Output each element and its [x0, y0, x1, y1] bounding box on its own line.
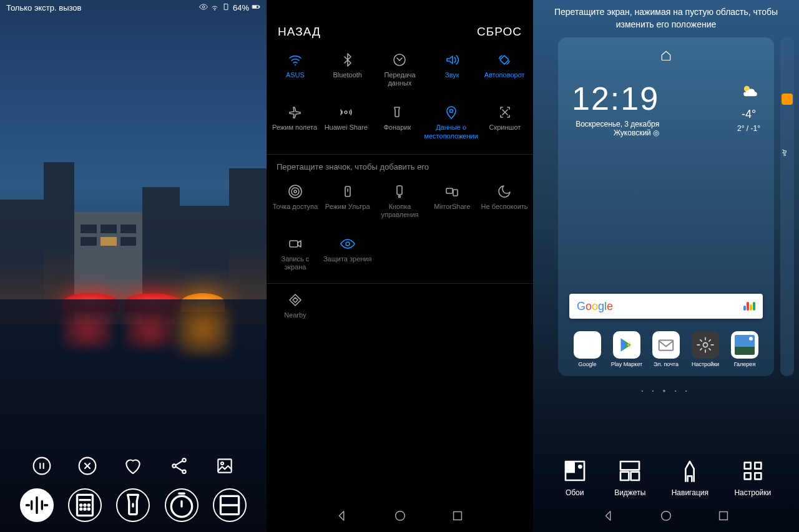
- svg-point-42: [294, 190, 297, 193]
- weather-icon: [737, 82, 760, 103]
- clock-time: 12:19: [572, 82, 659, 115]
- flashlight-button[interactable]: [116, 488, 150, 522]
- svg-rect-17: [218, 459, 232, 472]
- adjacent-screen-right[interactable]: Ди: [780, 37, 794, 376]
- app-email[interactable]: Эл. почта: [649, 331, 683, 367]
- svg-point-33: [295, 64, 296, 65]
- screenshot-icon: [498, 105, 512, 120]
- favorite-button[interactable]: [123, 456, 143, 476]
- dnd-icon: [497, 184, 512, 199]
- sim-icon: [222, 2, 230, 13]
- reset-button[interactable]: СБРОС: [477, 25, 522, 39]
- homescreen-preview[interactable]: 12:19 Воскресенье, 3 декабря Жуковский ◎…: [558, 37, 774, 376]
- google-search-bar[interactable]: Google: [569, 294, 763, 319]
- svg-point-52: [346, 242, 350, 246]
- clock-weather-widget[interactable]: 12:19 Воскресенье, 3 декабря Жуковский ◎…: [569, 76, 763, 147]
- tile-eyecare[interactable]: Защита зрения: [321, 231, 374, 276]
- scanner-button[interactable]: [213, 488, 247, 522]
- image-button[interactable]: [215, 456, 235, 476]
- svg-rect-49: [446, 188, 453, 193]
- navigation-button[interactable]: Навигация: [672, 457, 708, 497]
- app-google[interactable]: Google: [571, 331, 604, 367]
- sound-icon: [444, 52, 459, 67]
- tile-screenrecord[interactable]: Запись с экрана: [269, 231, 321, 276]
- tile-airplane[interactable]: Режим полета: [269, 100, 320, 145]
- svg-rect-62: [620, 472, 629, 480]
- svg-line-36: [400, 58, 402, 60]
- mic-icon[interactable]: [743, 302, 755, 311]
- tile-wifi[interactable]: ASUS: [269, 47, 321, 92]
- svg-point-43: [292, 188, 299, 195]
- svg-rect-67: [755, 473, 761, 479]
- svg-point-53: [395, 511, 404, 521]
- svg-line-15: [176, 461, 183, 465]
- location-pin-icon: ◎: [653, 128, 659, 137]
- tile-data[interactable]: Передача данных: [374, 47, 426, 92]
- mirror-icon: [444, 184, 459, 199]
- tile-navball[interactable]: Кнопка управления: [374, 179, 426, 224]
- svg-point-44: [289, 185, 301, 198]
- location-icon: [444, 105, 459, 120]
- timer-button[interactable]: [165, 488, 199, 522]
- back-button[interactable]: НАЗАД: [278, 25, 321, 39]
- bluetooth-icon: [340, 52, 355, 67]
- launcher-hint: Перетащите экран, нажимая на пустую обла…: [533, 0, 799, 37]
- qs-inactive-row1: Точка доступа Режим Ультра Кнопка управл…: [267, 175, 533, 228]
- lockscreen-panel: Только экстр. вызов 64%: [0, 0, 267, 532]
- hotspot-icon: [288, 184, 303, 199]
- app-settings[interactable]: Настройки: [689, 331, 722, 367]
- svg-point-1: [214, 9, 215, 10]
- tile-dnd[interactable]: Не беспокоить: [478, 179, 531, 224]
- qs-inactive-row3: Nearby: [267, 284, 533, 328]
- tile-nearby[interactable]: Nearby: [269, 288, 321, 324]
- nav-home[interactable]: [393, 509, 407, 525]
- navball-icon: [392, 184, 407, 199]
- wallpaper-button[interactable]: Обои: [561, 457, 589, 497]
- record-icon: [288, 236, 303, 251]
- svg-line-35: [397, 58, 400, 60]
- ultra-icon: [340, 184, 355, 199]
- nav-recent[interactable]: [717, 509, 730, 525]
- tile-screenshot[interactable]: Скриншот: [479, 100, 531, 145]
- status-bar: Только экстр. вызов 64%: [0, 0, 267, 15]
- svg-rect-61: [620, 462, 639, 470]
- nav-back[interactable]: [335, 509, 349, 525]
- share-button[interactable]: [169, 456, 189, 476]
- tile-ultra[interactable]: Режим Ультра: [321, 179, 374, 224]
- share-icon: [338, 105, 353, 120]
- nav-home[interactable]: [659, 509, 673, 525]
- tile-huaweishare[interactable]: Huawei Share: [320, 100, 371, 145]
- tile-sound[interactable]: Звук: [426, 47, 478, 92]
- app-gallery[interactable]: Галерея: [728, 331, 762, 367]
- svg-point-23: [88, 505, 89, 506]
- svg-rect-64: [744, 463, 750, 469]
- svg-rect-37: [500, 56, 509, 64]
- app-playmarket[interactable]: Play Маркет: [610, 331, 644, 367]
- voice-button[interactable]: [20, 488, 54, 522]
- tile-mirror[interactable]: MirrorShare: [426, 179, 478, 224]
- svg-point-57: [703, 343, 708, 347]
- launcher-edit-panel: Перетащите экран, нажимая на пустую обла…: [533, 0, 799, 532]
- nav-recent[interactable]: [451, 509, 464, 525]
- tile-flashlight[interactable]: Фонарик: [371, 100, 423, 145]
- tile-autorotate[interactable]: Автоповорот: [478, 47, 531, 92]
- pause-button[interactable]: [32, 456, 52, 476]
- svg-rect-54: [453, 512, 461, 520]
- eye-icon: [199, 2, 208, 13]
- delete-button[interactable]: [77, 456, 97, 476]
- qs-inactive-row2: Запись с экрана Защита зрения: [267, 228, 533, 280]
- svg-rect-5: [253, 6, 257, 8]
- battery-text: 64%: [233, 3, 249, 12]
- page-indicator: • • ● • •: [533, 388, 799, 394]
- tile-location[interactable]: Данные о местоположении: [423, 100, 479, 145]
- svg-rect-50: [453, 190, 458, 196]
- tile-hotspot[interactable]: Точка доступа: [269, 179, 321, 224]
- nav-back[interactable]: [602, 509, 615, 525]
- navbar-3: [533, 502, 799, 532]
- qs-active-row1: ASUS Bluetooth Передача данных Звук Авто…: [267, 44, 533, 96]
- tile-bluetooth[interactable]: Bluetooth: [321, 47, 374, 92]
- calculator-button[interactable]: [68, 488, 102, 522]
- lockscreen-large-toolbar: [0, 488, 267, 522]
- settings-button[interactable]: Настройки: [734, 457, 771, 497]
- widgets-button[interactable]: Виджеты: [614, 457, 645, 497]
